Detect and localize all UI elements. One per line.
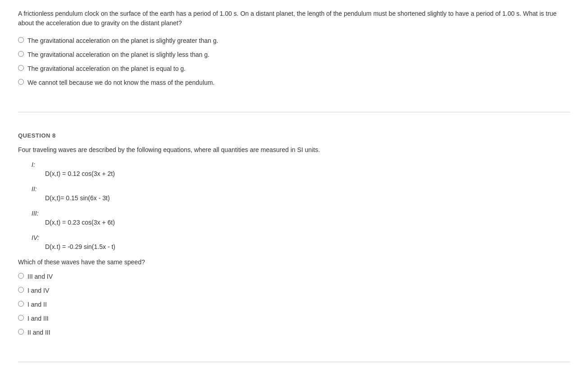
q7-option-2[interactable]: The gravitational acceleration on the pl… [18,50,570,60]
q7-radio-1[interactable] [18,37,24,43]
divider-1 [18,112,570,112]
divider-2 [18,362,570,362]
q8-radio-5[interactable] [18,329,24,335]
q8-option-4[interactable]: I and III [18,314,570,323]
q8-option-3[interactable]: I and II [18,300,570,309]
wave-item-3: III: D(x,t) = 0.23 cos(3x + 6t) [32,210,570,226]
q7-option-4[interactable]: We cannot tell because we do not know th… [18,78,570,87]
q7-option-1[interactable]: The gravitational acceleration on the pl… [18,36,570,46]
question-8-intro: Four traveling waves are described by th… [18,145,570,155]
wave-label-4: IV: [32,234,570,241]
q7-radio-4[interactable] [18,79,24,85]
question-7-text: A frictionless pendulum clock on the sur… [18,9,570,28]
wave-equation-3: D(x,t) = 0.23 cos(3x + 6t) [45,219,570,226]
question-7-section: A frictionless pendulum clock on the sur… [18,9,570,101]
q8-label-5: II and III [27,328,50,337]
wave-label-1: I: [32,161,570,168]
q8-label-1: III and IV [27,272,53,281]
q7-label-3: The gravitational acceleration on the pl… [27,64,186,74]
question-8-section: QUESTION 8 Four traveling waves are desc… [18,123,570,351]
q8-label-3: I and II [27,300,47,309]
q7-label-2: The gravitational acceleration on the pl… [27,50,210,60]
wave-item-2: II: D(x,t)= 0.15 sin(6x - 3t) [32,185,570,202]
wave-equation-4: D(x.t) = -0.29 sin(1.5x - t) [45,243,570,250]
wave-equations-list: I: D(x,t) = 0.12 cos(3x + 2t) II: D(x,t)… [32,161,570,250]
wave-item-1: I: D(x,t) = 0.12 cos(3x + 2t) [32,161,570,177]
q8-radio-4[interactable] [18,315,24,321]
q7-option-3[interactable]: The gravitational acceleration on the pl… [18,64,570,74]
q8-option-2[interactable]: I and IV [18,286,570,295]
wave-label-2: II: [32,185,570,193]
q7-radio-2[interactable] [18,51,24,57]
wave-label-3: III: [32,210,570,217]
wave-item-4: IV: D(x.t) = -0.29 sin(1.5x - t) [32,234,570,250]
q7-radio-3[interactable] [18,65,24,71]
wave-equation-2: D(x,t)= 0.15 sin(6x - 3t) [45,194,570,202]
q8-option-5[interactable]: II and III [18,328,570,337]
q8-option-1[interactable]: III and IV [18,272,570,281]
wave-equation-1: D(x,t) = 0.12 cos(3x + 2t) [45,170,570,177]
question-8-header: QUESTION 8 [18,132,570,139]
q8-radio-3[interactable] [18,301,24,307]
q8-which-question: Which of these waves have the same speed… [18,258,570,266]
q8-label-4: I and III [27,314,49,323]
q8-radio-1[interactable] [18,273,24,279]
q8-radio-2[interactable] [18,287,24,293]
q7-label-1: The gravitational acceleration on the pl… [27,36,218,46]
q8-label-2: I and IV [27,286,49,295]
q7-label-4: We cannot tell because we do not know th… [27,78,214,87]
